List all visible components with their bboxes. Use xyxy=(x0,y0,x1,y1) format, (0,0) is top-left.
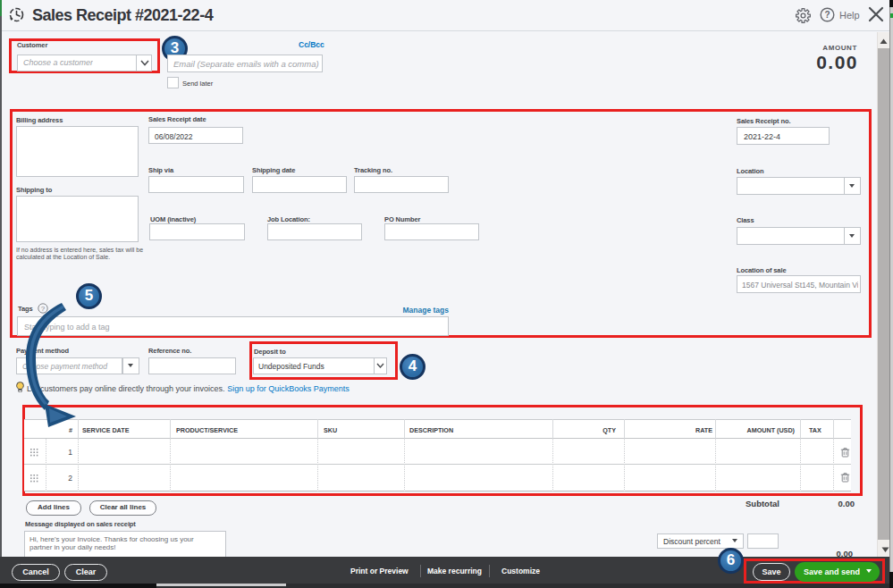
svg-text:?: ? xyxy=(824,10,830,20)
